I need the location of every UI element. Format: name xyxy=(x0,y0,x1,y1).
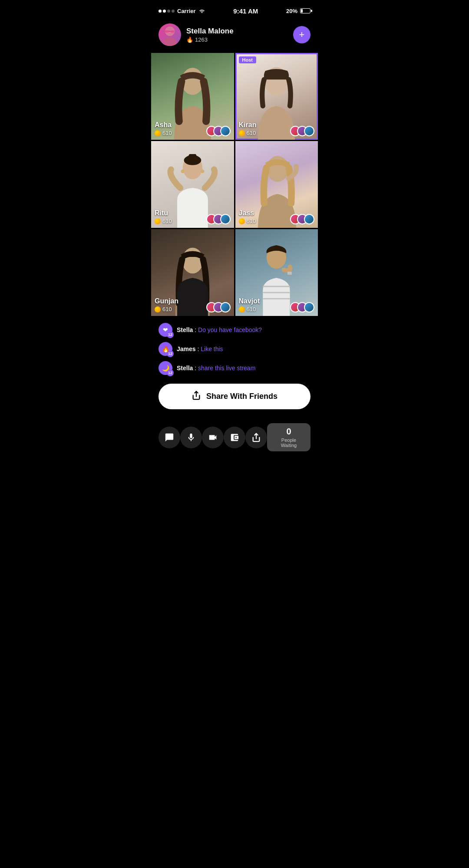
people-waiting-label: People Waiting xyxy=(274,437,304,448)
cell-coins-navjot: 610 xyxy=(239,306,260,312)
chat-text-3: Stella : share this live stream xyxy=(177,365,255,372)
battery-indicator xyxy=(300,8,310,13)
chat-username-2: James xyxy=(177,345,196,352)
carrier-label: Carrier xyxy=(177,8,196,14)
battery-fill xyxy=(301,9,303,13)
profile-header: Stella Malone 🔥 1263 + xyxy=(150,19,319,53)
cell-left-navjot: Navjot 610 xyxy=(239,297,260,312)
cell-left-gunjan: Gunjan 610 xyxy=(155,297,178,312)
cell-coins-jass: 610 xyxy=(239,218,256,224)
svg-point-11 xyxy=(201,169,205,173)
coin-icon xyxy=(155,306,161,312)
cell-left-ritu: Ritu 610 xyxy=(155,209,172,224)
video-button[interactable] xyxy=(202,427,224,448)
signal-dot-4 xyxy=(172,10,175,13)
chat-username-3: Stella xyxy=(177,365,193,372)
flame-icon: 🔥 xyxy=(186,36,193,43)
share-with-friends-button[interactable]: Share With Friends xyxy=(159,384,310,409)
video-cell-asha[interactable]: Asha 610 xyxy=(151,53,234,140)
status-right: 20% xyxy=(286,8,310,14)
signal-dots xyxy=(159,10,175,13)
coin-value: 610 xyxy=(162,130,172,136)
profile-score: 🔥 1263 xyxy=(186,36,288,43)
coin-icon xyxy=(239,306,245,312)
battery-percent: 20% xyxy=(286,8,297,14)
coin-value: 610 xyxy=(247,306,256,312)
cell-coins-kiran: 610 xyxy=(239,130,257,136)
cell-avatar-3 xyxy=(304,126,314,136)
chat-badge-2: 12 xyxy=(167,350,174,357)
cell-name-gunjan: Gunjan xyxy=(155,297,178,305)
status-bar: Carrier 9:41 AM 20% xyxy=(150,0,319,19)
cell-info-kiran: Kiran 610 xyxy=(239,121,315,136)
bottom-bar: 0 People Waiting xyxy=(150,418,319,462)
signal-dot-1 xyxy=(159,10,162,13)
share-bottom-button[interactable] xyxy=(245,427,267,448)
add-button[interactable]: + xyxy=(293,26,310,43)
cell-info-ritu: Ritu 610 xyxy=(155,209,231,224)
cell-name-kiran: Kiran xyxy=(239,121,257,129)
cell-avatars-ritu xyxy=(206,214,231,224)
cell-avatar-3 xyxy=(220,214,231,224)
cell-avatar-3 xyxy=(304,214,314,224)
chat-message-2: 🔥 12 James : Like this xyxy=(159,342,310,356)
cell-avatar-3 xyxy=(304,302,314,312)
video-cell-navjot[interactable]: Navjot 610 xyxy=(235,229,318,316)
svg-rect-2 xyxy=(165,30,168,33)
cell-info-asha: Asha 610 xyxy=(155,121,231,136)
chat-message-content-1: Do you have facebook? xyxy=(198,326,262,333)
cell-coins-asha: 610 xyxy=(155,130,172,136)
status-time: 9:41 AM xyxy=(233,7,258,15)
battery-icon xyxy=(300,8,310,13)
chat-message-3: 🌙 12 Stella : share this live stream xyxy=(159,361,310,375)
status-left: Carrier xyxy=(159,8,205,14)
chat-avatar-wrap-2: 🔥 12 xyxy=(159,342,172,356)
cell-coins-gunjan: 610 xyxy=(155,306,178,312)
chat-text-1: Stella : Do you have facebook? xyxy=(177,326,262,333)
chat-message-content-3: share this live stream xyxy=(198,365,255,372)
cell-left-asha: Asha 610 xyxy=(155,121,172,136)
coin-icon xyxy=(155,130,161,136)
video-grid: Asha 610 Host xyxy=(150,53,319,316)
chat-message-content-2: Like this xyxy=(201,345,223,352)
profile-score-value: 1263 xyxy=(195,36,208,43)
svg-rect-3 xyxy=(171,30,174,33)
cell-info-gunjan: Gunjan 610 xyxy=(155,297,231,312)
cell-left-kiran: Kiran 610 xyxy=(239,121,257,136)
cell-avatar-3 xyxy=(220,302,231,312)
chat-username-1: Stella xyxy=(177,326,193,333)
cell-info-jass: Jass 610 xyxy=(239,209,315,224)
coin-icon xyxy=(239,130,245,136)
people-waiting-box: 0 People Waiting xyxy=(267,423,310,451)
cell-info-navjot: Navjot 610 xyxy=(239,297,315,312)
coin-value: 610 xyxy=(247,130,256,136)
chat-message-1: ❤ 12 Stella : Do you have facebook? xyxy=(159,323,310,337)
cell-name-ritu: Ritu xyxy=(155,209,172,217)
cell-avatars-navjot xyxy=(290,302,314,312)
profile-name: Stella Malone xyxy=(186,27,288,36)
wallet-button[interactable] xyxy=(224,427,245,448)
cell-avatars-gunjan xyxy=(206,302,231,312)
video-cell-ritu[interactable]: Ritu 610 xyxy=(151,141,234,228)
avatar[interactable] xyxy=(159,23,181,46)
mic-button[interactable] xyxy=(180,427,202,448)
video-cell-gunjan[interactable]: Gunjan 610 xyxy=(151,229,234,316)
cell-name-navjot: Navjot xyxy=(239,297,260,305)
cell-left-jass: Jass 610 xyxy=(239,209,256,224)
share-section: Share With Friends xyxy=(150,380,319,418)
svg-point-10 xyxy=(181,169,185,173)
coin-icon xyxy=(155,218,161,224)
share-button-label: Share With Friends xyxy=(206,392,277,401)
cell-avatars-kiran xyxy=(290,126,314,136)
chat-button[interactable] xyxy=(159,427,180,448)
video-cell-jass[interactable]: Jass 610 xyxy=(235,141,318,228)
signal-dot-3 xyxy=(167,10,170,13)
cell-avatar-3 xyxy=(220,126,231,136)
chat-separator-2: : xyxy=(196,345,201,352)
coin-value: 610 xyxy=(247,218,256,224)
cell-name-jass: Jass xyxy=(239,209,256,217)
cell-coins-ritu: 610 xyxy=(155,218,172,224)
chat-text-2: James : Like this xyxy=(177,345,223,352)
video-cell-kiran[interactable]: Host Kiran 610 xyxy=(235,53,318,140)
chat-avatar-wrap-1: ❤ 12 xyxy=(159,323,172,337)
